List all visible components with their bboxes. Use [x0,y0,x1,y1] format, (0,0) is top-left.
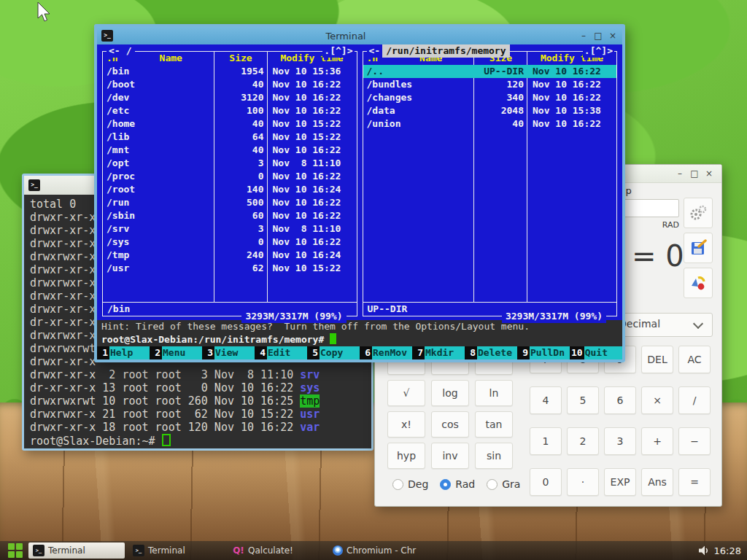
angle-mode-group: Deg Rad Gra [392,478,520,490]
calculator-key[interactable]: × [641,386,673,414]
panel-corner-controls[interactable]: .[^]> [322,44,354,58]
function-key[interactable]: 9 PullDn [517,346,570,359]
taskbar-item[interactable]: Chromium - Chr [328,542,425,559]
function-key-number: 5 [307,346,320,359]
calculator-function-key[interactable]: tan [475,411,513,438]
calculator-key[interactable]: EXP [604,468,636,496]
file-row[interactable]: /.. UP--DIR Nov 10 16:22 [363,65,617,78]
calculator-key[interactable]: 1 [530,427,562,455]
file-row[interactable]: /sbin 60 Nov 10 16:22 [103,209,357,222]
modes-button[interactable] [684,268,713,298]
calculator-key[interactable]: 3 [604,427,636,455]
calculator-key[interactable]: 2 [567,427,599,455]
calculator-key[interactable]: = [678,468,711,496]
file-row[interactable]: /lib 64 Nov 10 15:22 [103,131,357,144]
calculator-key[interactable]: DEL [641,346,673,373]
mc-left-panel-path[interactable]: <- / [107,44,135,58]
file-row[interactable]: /root 140 Nov 10 16:24 [103,183,357,196]
file-row[interactable]: /data 2048 Nov 10 15:38 [363,104,617,117]
file-row[interactable]: /union 40 Nov 10 16:22 [363,117,617,131]
calculator-key[interactable]: / [678,386,711,414]
file-row[interactable]: /srv 3 Nov 8 11:10 [103,222,357,236]
minimize-button[interactable]: – [675,168,685,179]
file-name: sys [300,381,320,394]
file-row[interactable]: /home 40 Nov 10 15:22 [103,117,357,131]
shell-prompt: root@Slax-Debian:~# [30,435,155,448]
file-row[interactable]: /proc 0 Nov 10 16:22 [103,170,357,183]
settings-button[interactable] [684,198,713,228]
minimize-button[interactable]: – [578,31,589,41]
maximize-button[interactable]: □ [593,31,603,41]
calculator-key[interactable]: + [641,427,673,455]
volume-icon[interactable] [698,545,711,556]
file-row[interactable]: /opt 3 Nov 8 11:10 [103,157,357,170]
mc-right-panel-path[interactable]: <- /run/initramfs/memory [367,44,510,58]
file-row[interactable]: /bundles 120 Nov 10 16:22 [363,78,617,91]
calculator-key[interactable]: Ans [641,468,673,496]
function-key[interactable]: 3 View [202,346,255,359]
function-key[interactable]: 8 Delete [465,346,517,359]
clock[interactable]: 16:28 [714,545,741,556]
calculator-function-key[interactable]: log [431,380,469,406]
calculator-function-key[interactable]: x! [387,411,425,438]
file-row[interactable]: /usr 62 Nov 10 15:22 [103,262,357,275]
save-button[interactable] [684,233,713,263]
function-key[interactable]: 4 Edit [255,346,307,359]
file-modify-time: Nov 10 16:24 [268,183,357,196]
file-row[interactable]: /boot 40 Nov 10 16:22 [103,78,357,91]
function-key[interactable]: 10 Quit [570,346,622,359]
file-name: /opt [103,157,214,170]
file-row[interactable]: /sys 0 Nov 10 16:22 [103,236,357,249]
file-row[interactable]: /bin 1954 Nov 10 15:36 [103,65,357,78]
shell-prompt: root@Slax-Debian:/run/initramfs/memory# [101,334,324,345]
file-row[interactable]: /mnt 40 Nov 10 16:22 [103,144,357,157]
calculator-function-key[interactable]: sin [475,443,513,469]
file-name: usr [300,408,320,421]
mc-command-line[interactable]: root@Slax-Debian:/run/initramfs/memory# [97,333,622,346]
file-modify-time: Nov 10 16:22 [527,78,616,91]
close-button[interactable]: × [704,168,714,179]
calculator-key[interactable]: 0 [530,468,562,496]
column-size[interactable]: Size [214,52,268,65]
taskbar-item[interactable]: Qalculate! [228,542,325,559]
function-key[interactable]: 6 RenMov [360,346,412,359]
file-permissions: drwxr-xr-x 2 root root 3 Nov 8 11:10 [30,368,300,381]
file-modify-time: Nov 10 16:22 [268,209,357,222]
file-modify-time: Nov 8 11:10 [268,157,357,170]
calculator-function-key[interactable]: inv [431,443,469,469]
column-headers[interactable]: .n Name Size Modify time [103,52,357,65]
close-button[interactable]: × [608,31,618,41]
calculator-key[interactable]: − [678,427,711,455]
mc-terminal-window[interactable]: >_ Terminal – □ × <- / .[^]> .n Name [94,24,625,362]
calculator-function-key[interactable]: ln [475,380,513,406]
maximize-button[interactable]: □ [689,168,700,179]
calculator-function-key[interactable]: hyp [387,443,425,469]
file-row[interactable]: /run 500 Nov 10 16:22 [103,196,357,209]
terminal-prompt-line[interactable]: root@Slax-Debian:~# [30,434,371,447]
function-key[interactable]: 5 Copy [307,346,360,359]
calculator-key[interactable]: AC [678,346,711,373]
calculator-function-key[interactable]: cos [431,411,469,438]
start-menu-button[interactable] [6,542,25,559]
taskbar-item[interactable]: Terminal [128,542,225,559]
terminal-icon-glyph: >_ [31,182,38,188]
calculator-function-key[interactable]: √ [387,380,425,406]
angle-mode-radio[interactable]: Deg [392,478,428,490]
angle-mode-radio[interactable]: Gra [487,478,520,490]
mc-titlebar[interactable]: >_ Terminal – □ × [97,27,622,44]
function-key[interactable]: 1 Help [97,346,150,359]
angle-mode-radio[interactable]: Rad [440,478,475,490]
calculator-key[interactable]: · [567,468,599,496]
panel-corner-controls[interactable]: .[^]> [583,44,614,58]
taskbar-item[interactable]: Terminal [28,542,125,559]
file-row[interactable]: /dev 3120 Nov 10 16:22 [103,91,357,104]
column-name[interactable]: Name [128,52,214,65]
function-key[interactable]: 7 Mkdir [412,346,465,359]
calculator-key[interactable]: 4 [530,386,562,414]
file-row[interactable]: /tmp 240 Nov 10 16:24 [103,249,357,262]
calculator-key[interactable]: 5 [567,386,599,414]
file-row[interactable]: /changes 340 Nov 10 16:22 [363,91,617,104]
calculator-key[interactable]: 6 [604,386,636,414]
function-key[interactable]: 2 Menu [150,346,202,359]
file-row[interactable]: /etc 100 Nov 10 16:22 [103,104,357,117]
